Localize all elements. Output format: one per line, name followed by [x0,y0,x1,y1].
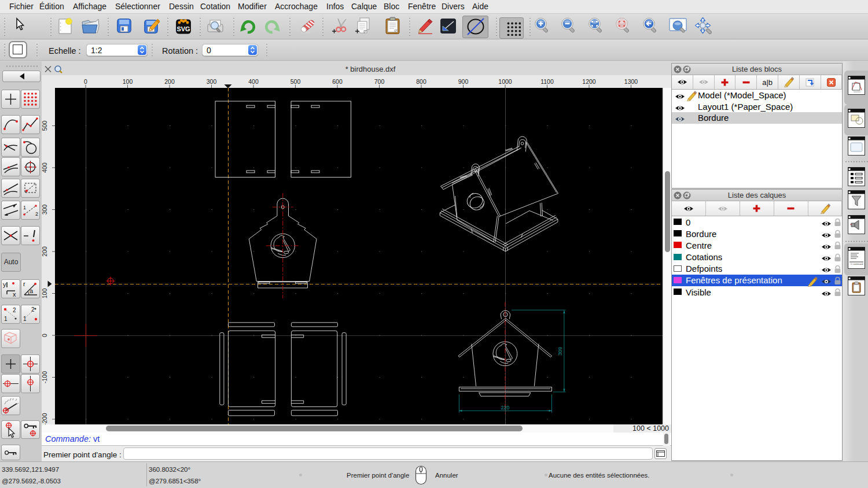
svg-text:0: 0 [84,78,87,85]
svg-text:800: 800 [416,78,426,85]
svg-text:100: 100 [123,78,133,85]
svg-text:400: 400 [42,162,48,173]
svg-text:200: 200 [42,246,48,257]
svg-text:y: y [3,281,6,288]
svg-text:500: 500 [290,78,301,85]
svg-text:200: 200 [164,78,175,85]
svg-text:2: 2 [13,307,16,313]
svg-text:309: 309 [557,347,563,356]
svg-text:1000: 1000 [498,78,512,85]
svg-text:900: 900 [458,78,469,85]
svg-text:400: 400 [248,78,259,85]
svg-text:2: 2 [35,211,38,217]
svg-text:C command: C command [851,263,863,265]
svg-text:700: 700 [374,78,385,85]
svg-text:-100: -100 [42,371,48,383]
svg-text:1: 1 [23,205,26,210]
svg-text:300: 300 [207,78,217,85]
svg-text:-200: -200 [42,413,48,424]
svg-text:300: 300 [42,205,48,215]
svg-text:x: x [13,291,16,298]
svg-text:600: 600 [332,78,343,85]
svg-text:500: 500 [42,121,48,131]
svg-text:2: 2 [31,306,35,313]
svg-text:1200: 1200 [582,78,596,85]
svg-text:SVG: SVG [176,25,190,32]
svg-text:1: 1 [4,316,8,322]
svg-text:a: a [30,287,34,294]
svg-text:220: 220 [501,405,509,411]
svg-text:100: 100 [42,289,48,299]
svg-text:r: r [23,280,25,287]
svg-text:1100: 1100 [540,78,554,85]
svg-text:1300: 1300 [624,78,638,85]
svg-text:0: 0 [42,334,48,337]
